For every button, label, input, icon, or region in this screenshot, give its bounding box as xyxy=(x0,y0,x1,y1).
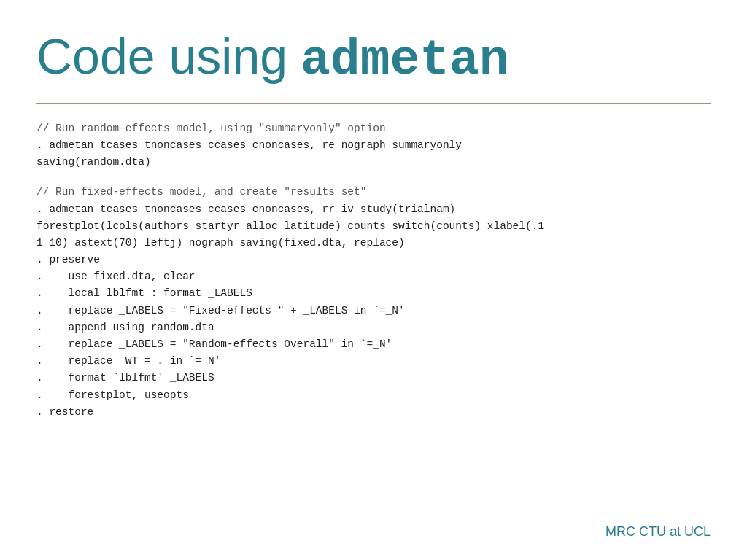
title-divider xyxy=(36,103,711,104)
comment-line-1: // Run random-effects model, using "summ… xyxy=(36,120,711,137)
code-line-3: . admetan tcases tnoncases ccases cnonca… xyxy=(36,201,711,218)
code-line-9: . replace _LABELS = "Fixed-effects " + _… xyxy=(36,303,711,319)
code-line-2: saving(random.dta) xyxy=(36,154,711,171)
page: Code using admetan // Run random-effects… xyxy=(0,0,747,560)
code-line-5: 1 10) astext(70) leftj) nograph saving(f… xyxy=(36,235,711,252)
footer-text: MRC CTU at UCL xyxy=(605,524,711,540)
code-line-14: . forestplot, useopts xyxy=(36,387,711,404)
comment-line-2: // Run fixed-effects model, and create "… xyxy=(36,184,711,201)
code-line-8: . local lblfmt : format _LABELS xyxy=(36,285,711,302)
code-line-11: . replace _LABELS = "Random-effects Over… xyxy=(36,336,711,353)
page-title: Code using admetan xyxy=(36,29,711,88)
code-line-13: . format `lblfmt' _LABELS xyxy=(36,370,711,386)
code-line-10: . append using random.dta xyxy=(36,319,711,336)
code-line-7: . use fixed.dta, clear xyxy=(36,268,711,285)
code-line-1: . admetan tcases tnoncases ccases cnonca… xyxy=(36,137,711,154)
code-line-12: . replace _WT = . in `=_N' xyxy=(36,353,711,370)
code-block: // Run random-effects model, using "summ… xyxy=(36,120,711,421)
code-line-15: . restore xyxy=(36,404,711,421)
code-line-6: . preserve xyxy=(36,252,711,268)
code-line-4: forestplot(lcols(authors startyr alloc l… xyxy=(36,218,711,235)
title-area: Code using admetan xyxy=(36,29,711,88)
spacer-1 xyxy=(36,171,711,184)
title-normal-text: Code using xyxy=(36,29,287,84)
title-mono-text: admetan xyxy=(301,34,509,88)
